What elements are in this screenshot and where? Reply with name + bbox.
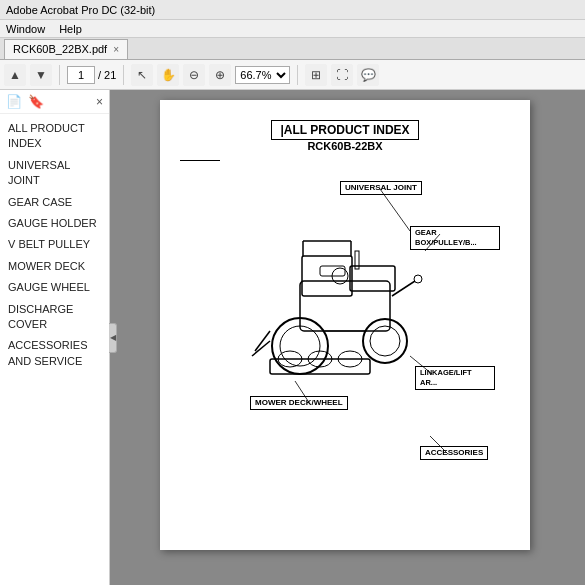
menu-bar: Window Help: [0, 20, 585, 38]
toolbar: ▲ ▼ / 21 ↖ ✋ ⊖ ⊕ 66.7% ⊞ ⛶ 💬: [0, 60, 585, 90]
main-layout: 📄 🔖 × ALL PRODUCT INDEX UNIVERSAL JOINT …: [0, 90, 585, 585]
sidebar-item-gear-case[interactable]: GEAR CASE: [0, 192, 109, 213]
toolbar-separator-2: [123, 65, 124, 85]
sidebar-item-v-belt-pulley[interactable]: V BELT PULLEY: [0, 234, 109, 255]
page-separator: /: [98, 69, 101, 81]
label-accessories: ACCESSORIES: [420, 446, 488, 460]
menu-item-help[interactable]: Help: [59, 23, 82, 35]
pdf-content: |ALL PRODUCT INDEX RCK60B-22BX: [160, 100, 530, 550]
pdf-page: |ALL PRODUCT INDEX RCK60B-22BX: [160, 100, 530, 550]
svg-rect-0: [300, 281, 390, 331]
tab-bar: RCK60B_22BX.pdf ×: [0, 38, 585, 60]
select-tool-button[interactable]: ↖: [131, 64, 153, 86]
tab-close-button[interactable]: ×: [113, 44, 119, 55]
hand-tool-button[interactable]: ✋: [157, 64, 179, 86]
sidebar-bookmark-icon[interactable]: 🔖: [28, 94, 44, 109]
fit-page-button[interactable]: ⊞: [305, 64, 327, 86]
tractor-diagram: UNIVERSAL JOINT GEAR BOX/PULLEY/B... MOW…: [180, 171, 510, 491]
sidebar-item-all-product-index[interactable]: ALL PRODUCT INDEX: [0, 118, 109, 155]
zoom-in-button[interactable]: ⊕: [209, 64, 231, 86]
sidebar-item-discharge-cover[interactable]: DISCHARGE COVER: [0, 299, 109, 336]
label-linkage-lift: LINKAGE/LIFT AR...: [415, 366, 495, 390]
sidebar-nav-items: ALL PRODUCT INDEX UNIVERSAL JOINT GEAR C…: [0, 114, 109, 585]
sidebar-item-accessories[interactable]: ACCESSORIES AND SERVICE: [0, 335, 109, 372]
pdf-main-title: |ALL PRODUCT INDEX: [271, 120, 418, 140]
sidebar-item-universal-joint[interactable]: UNIVERSAL JOINT: [0, 155, 109, 192]
label-universal-joint: UNIVERSAL JOINT: [340, 181, 422, 195]
sidebar: 📄 🔖 × ALL PRODUCT INDEX UNIVERSAL JOINT …: [0, 90, 110, 585]
svg-point-11: [280, 326, 320, 366]
label-gear-box: GEAR BOX/PULLEY/B...: [410, 226, 500, 250]
pdf-divider-line: [180, 160, 220, 161]
sidebar-item-gauge-holder[interactable]: GAUGE HOLDER: [0, 213, 109, 234]
app-title: Adobe Acrobat Pro DC (32-bit): [6, 4, 155, 16]
toolbar-separator-1: [59, 65, 60, 85]
prev-page-button[interactable]: ▲: [4, 64, 26, 86]
full-screen-button[interactable]: ⛶: [331, 64, 353, 86]
sidebar-close-button[interactable]: ×: [96, 95, 103, 109]
sidebar-icons: 📄 🔖: [6, 94, 44, 109]
pdf-tab[interactable]: RCK60B_22BX.pdf ×: [4, 39, 128, 59]
sidebar-header: 📄 🔖 ×: [0, 90, 109, 114]
pdf-title-block: |ALL PRODUCT INDEX RCK60B-22BX: [180, 120, 510, 152]
pdf-subtitle: RCK60B-22BX: [180, 140, 510, 152]
zoom-select[interactable]: 66.7%: [235, 66, 290, 84]
sidebar-pages-icon[interactable]: 📄: [6, 94, 22, 109]
sidebar-item-gauge-wheel[interactable]: GAUGE WHEEL: [0, 277, 109, 298]
sidebar-collapse-handle[interactable]: ◀: [109, 323, 117, 353]
tab-filename: RCK60B_22BX.pdf: [13, 43, 107, 55]
svg-point-18: [414, 275, 422, 283]
svg-rect-1: [350, 266, 395, 291]
next-page-button[interactable]: ▼: [30, 64, 52, 86]
menu-item-window[interactable]: Window: [6, 23, 45, 35]
title-bar: Adobe Acrobat Pro DC (32-bit): [0, 0, 585, 20]
sidebar-item-mower-deck[interactable]: MOWER DECK: [0, 256, 109, 277]
total-pages: 21: [104, 69, 116, 81]
comment-button[interactable]: 💬: [357, 64, 379, 86]
page-navigation: / 21: [67, 66, 116, 84]
page-number-input[interactable]: [67, 66, 95, 84]
toolbar-separator-3: [297, 65, 298, 85]
content-area: |ALL PRODUCT INDEX RCK60B-22BX: [110, 90, 585, 585]
zoom-out-button[interactable]: ⊖: [183, 64, 205, 86]
label-mower-deck: MOWER DECK/WHEEL: [250, 396, 348, 410]
